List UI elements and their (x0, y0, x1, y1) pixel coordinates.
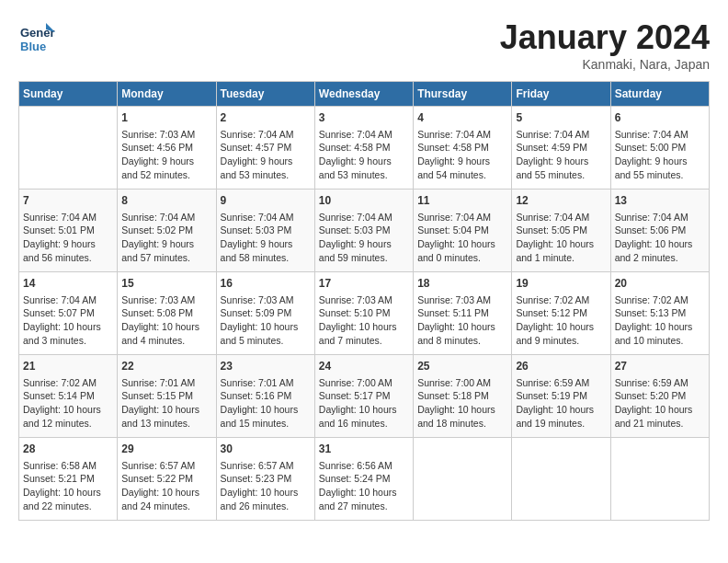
day-content: Sunrise: 6:57 AM Sunset: 5:23 PM Dayligh… (221, 459, 311, 513)
svg-text:Blue: Blue (20, 40, 46, 53)
day-number: 17 (319, 276, 409, 292)
day-content: Sunrise: 7:03 AM Sunset: 4:56 PM Dayligh… (121, 128, 211, 182)
day-content: Sunrise: 7:03 AM Sunset: 5:08 PM Dayligh… (121, 293, 211, 348)
day-number: 14 (23, 276, 113, 292)
calendar-cell: 26Sunrise: 6:59 AM Sunset: 5:19 PM Dayli… (512, 355, 610, 438)
day-number: 1 (121, 110, 211, 126)
header-row: SundayMondayTuesdayWednesdayThursdayFrid… (19, 82, 710, 107)
calendar-cell: 31Sunrise: 6:56 AM Sunset: 5:24 PM Dayli… (314, 438, 413, 521)
calendar-cell: 11Sunrise: 7:04 AM Sunset: 5:04 PM Dayli… (414, 190, 512, 272)
day-content: Sunrise: 7:03 AM Sunset: 5:11 PM Dayligh… (417, 293, 507, 348)
calendar-cell: 15Sunrise: 7:03 AM Sunset: 5:08 PM Dayli… (118, 272, 216, 355)
day-number: 6 (615, 110, 705, 126)
day-content: Sunrise: 6:56 AM Sunset: 5:24 PM Dayligh… (319, 459, 409, 513)
day-number: 23 (221, 359, 311, 374)
day-content: Sunrise: 7:04 AM Sunset: 4:58 PM Dayligh… (319, 128, 409, 182)
calendar-cell (414, 438, 512, 521)
day-content: Sunrise: 7:00 AM Sunset: 5:17 PM Dayligh… (319, 376, 409, 431)
header-day-sunday: Sunday (19, 82, 118, 107)
day-number: 21 (23, 359, 113, 374)
calendar-cell: 10Sunrise: 7:04 AM Sunset: 5:03 PM Dayli… (314, 190, 413, 272)
day-content: Sunrise: 6:59 AM Sunset: 5:20 PM Dayligh… (615, 376, 705, 431)
day-content: Sunrise: 7:04 AM Sunset: 5:03 PM Dayligh… (221, 211, 311, 265)
week-row-1: 7Sunrise: 7:04 AM Sunset: 5:01 PM Daylig… (19, 190, 710, 272)
calendar-cell: 2Sunrise: 7:04 AM Sunset: 4:57 PM Daylig… (216, 107, 314, 190)
day-number: 12 (516, 193, 606, 209)
day-number: 9 (221, 193, 311, 209)
day-content: Sunrise: 7:01 AM Sunset: 5:16 PM Dayligh… (221, 376, 311, 431)
calendar-cell: 22Sunrise: 7:01 AM Sunset: 5:15 PM Dayli… (118, 355, 216, 438)
week-row-2: 14Sunrise: 7:04 AM Sunset: 5:07 PM Dayli… (19, 272, 710, 355)
day-content: Sunrise: 7:00 AM Sunset: 5:18 PM Dayligh… (417, 376, 507, 431)
day-number: 29 (121, 442, 211, 457)
calendar-cell: 13Sunrise: 7:04 AM Sunset: 5:06 PM Dayli… (610, 190, 709, 272)
day-number: 11 (417, 193, 507, 209)
calendar-cell (610, 438, 709, 521)
day-number: 22 (121, 359, 211, 374)
calendar-cell: 7Sunrise: 7:04 AM Sunset: 5:01 PM Daylig… (19, 190, 118, 272)
day-content: Sunrise: 7:04 AM Sunset: 5:01 PM Dayligh… (23, 211, 113, 265)
day-number: 5 (516, 110, 606, 126)
day-number: 30 (221, 442, 311, 457)
calendar-cell: 25Sunrise: 7:00 AM Sunset: 5:18 PM Dayli… (414, 355, 512, 438)
header-day-monday: Monday (118, 82, 216, 107)
location: Kanmaki, Nara, Japan (500, 57, 710, 72)
day-number: 27 (615, 359, 705, 374)
day-number: 19 (516, 276, 606, 292)
calendar-cell: 20Sunrise: 7:02 AM Sunset: 5:13 PM Dayli… (610, 272, 709, 355)
page-header: General Blue January 2024 Kanmaki, Nara,… (18, 18, 710, 72)
calendar-cell: 24Sunrise: 7:00 AM Sunset: 5:17 PM Dayli… (314, 355, 413, 438)
week-row-3: 21Sunrise: 7:02 AM Sunset: 5:14 PM Dayli… (19, 355, 710, 438)
calendar-cell: 28Sunrise: 6:58 AM Sunset: 5:21 PM Dayli… (19, 438, 118, 521)
day-number: 15 (121, 276, 211, 292)
calendar-cell: 12Sunrise: 7:04 AM Sunset: 5:05 PM Dayli… (512, 190, 610, 272)
day-number: 18 (417, 276, 507, 292)
calendar-cell: 16Sunrise: 7:03 AM Sunset: 5:09 PM Dayli… (216, 272, 314, 355)
header-day-tuesday: Tuesday (216, 82, 314, 107)
day-content: Sunrise: 7:04 AM Sunset: 5:06 PM Dayligh… (615, 211, 705, 265)
calendar-cell: 21Sunrise: 7:02 AM Sunset: 5:14 PM Dayli… (19, 355, 118, 438)
day-number: 4 (417, 110, 507, 126)
day-number: 13 (615, 193, 705, 209)
calendar-cell (512, 438, 610, 521)
day-content: Sunrise: 7:03 AM Sunset: 5:09 PM Dayligh… (221, 293, 311, 348)
header-day-friday: Friday (512, 82, 610, 107)
day-content: Sunrise: 7:01 AM Sunset: 5:15 PM Dayligh… (121, 376, 211, 431)
day-number: 24 (319, 359, 409, 374)
day-content: Sunrise: 7:04 AM Sunset: 5:02 PM Dayligh… (121, 211, 211, 265)
calendar-cell: 23Sunrise: 7:01 AM Sunset: 5:16 PM Dayli… (216, 355, 314, 438)
header-day-thursday: Thursday (414, 82, 512, 107)
header-day-saturday: Saturday (610, 82, 709, 107)
week-row-4: 28Sunrise: 6:58 AM Sunset: 5:21 PM Dayli… (19, 438, 710, 521)
day-number: 10 (319, 193, 409, 209)
calendar-cell: 17Sunrise: 7:03 AM Sunset: 5:10 PM Dayli… (314, 272, 413, 355)
day-number: 20 (615, 276, 705, 292)
calendar-cell: 18Sunrise: 7:03 AM Sunset: 5:11 PM Dayli… (414, 272, 512, 355)
day-number: 8 (121, 193, 211, 209)
day-content: Sunrise: 7:04 AM Sunset: 4:58 PM Dayligh… (417, 128, 507, 182)
logo: General Blue (18, 18, 59, 55)
calendar-table: SundayMondayTuesdayWednesdayThursdayFrid… (18, 81, 710, 521)
day-number: 26 (516, 359, 606, 374)
day-number: 7 (23, 193, 113, 209)
logo-icon: General Blue (18, 18, 55, 55)
day-content: Sunrise: 7:04 AM Sunset: 5:05 PM Dayligh… (516, 211, 606, 265)
day-content: Sunrise: 7:04 AM Sunset: 5:07 PM Dayligh… (23, 293, 113, 348)
calendar-cell: 14Sunrise: 7:04 AM Sunset: 5:07 PM Dayli… (19, 272, 118, 355)
day-content: Sunrise: 7:02 AM Sunset: 5:14 PM Dayligh… (23, 376, 113, 431)
day-number: 28 (23, 442, 113, 457)
month-title: January 2024 (500, 18, 710, 57)
day-content: Sunrise: 7:02 AM Sunset: 5:13 PM Dayligh… (615, 293, 705, 348)
calendar-cell (19, 107, 118, 190)
day-number: 3 (319, 110, 409, 126)
day-content: Sunrise: 7:04 AM Sunset: 5:04 PM Dayligh… (417, 211, 507, 265)
day-content: Sunrise: 6:57 AM Sunset: 5:22 PM Dayligh… (121, 459, 211, 513)
calendar-cell: 5Sunrise: 7:04 AM Sunset: 4:59 PM Daylig… (512, 107, 610, 190)
calendar-cell: 27Sunrise: 6:59 AM Sunset: 5:20 PM Dayli… (610, 355, 709, 438)
calendar-cell: 3Sunrise: 7:04 AM Sunset: 4:58 PM Daylig… (314, 107, 413, 190)
calendar-cell: 19Sunrise: 7:02 AM Sunset: 5:12 PM Dayli… (512, 272, 610, 355)
day-number: 16 (221, 276, 311, 292)
calendar-cell: 8Sunrise: 7:04 AM Sunset: 5:02 PM Daylig… (118, 190, 216, 272)
day-number: 31 (319, 442, 409, 457)
day-content: Sunrise: 6:58 AM Sunset: 5:21 PM Dayligh… (23, 459, 113, 513)
